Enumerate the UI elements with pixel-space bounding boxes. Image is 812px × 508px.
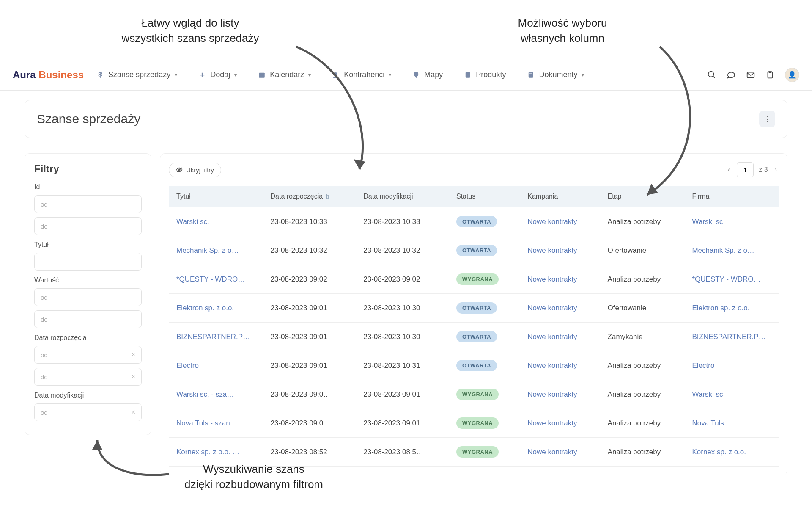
filter-id-from-input[interactable] xyxy=(41,201,135,208)
cell-mod: 23-08-2023 09:02 xyxy=(356,265,449,294)
calendar-icon xyxy=(258,71,266,79)
filter-id-to-input[interactable] xyxy=(41,223,135,230)
cell-firma[interactable]: Electro xyxy=(684,351,779,380)
main-nav: Szanse sprzedaży ▾ Dodaj ▾ Kalendarz ▾ K… xyxy=(96,70,707,80)
page-title: Szanse sprzedaży xyxy=(37,112,140,126)
nav-dokumenty[interactable]: Dokumenty ▾ xyxy=(527,70,584,79)
nav-produkty[interactable]: Produkty xyxy=(464,70,506,79)
cell-tytul[interactable]: Warski sc. xyxy=(169,207,263,236)
dollar-icon xyxy=(96,71,104,79)
clear-icon[interactable]: × xyxy=(132,351,135,359)
filter-id-to[interactable] xyxy=(34,217,142,235)
clipboard-icon[interactable] xyxy=(765,70,775,80)
filter-wartosc-to-input[interactable] xyxy=(41,316,135,323)
cell-status: OTWARTA xyxy=(449,294,520,323)
table-row[interactable]: Warski sc. - sza…23-08-2023 09:0…23-08-2… xyxy=(169,380,779,409)
cell-status: WYGRANA xyxy=(449,409,520,438)
cell-start: 23-08-2023 09:01 xyxy=(263,323,356,351)
status-badge: WYGRANA xyxy=(456,389,499,400)
cell-tytul[interactable]: Mechanik Sp. z o… xyxy=(169,236,263,265)
cell-firma[interactable]: Nova Tuls xyxy=(684,409,779,438)
cell-mod: 23-08-2023 10:33 xyxy=(356,207,449,236)
cell-kampania[interactable]: Nowe kontrakty xyxy=(520,323,600,351)
cell-firma[interactable]: Mechanik Sp. z o… xyxy=(684,236,779,265)
cell-tytul[interactable]: Warski sc. - sza… xyxy=(169,380,263,409)
cell-firma[interactable]: Warski sc. xyxy=(684,380,779,409)
cell-firma[interactable]: Kornex sp. z o.o. xyxy=(684,438,779,467)
col-firma[interactable]: Firma xyxy=(684,186,779,207)
filter-datarozp-to-input[interactable] xyxy=(41,373,132,381)
cell-kampania[interactable]: Nowe kontrakty xyxy=(520,409,600,438)
nav-mapy[interactable]: Mapy xyxy=(412,70,443,79)
logo: Aura Business xyxy=(13,69,84,81)
cell-firma[interactable]: Elektron sp. z o.o. xyxy=(684,294,779,323)
status-badge: WYGRANA xyxy=(456,273,499,285)
cell-tytul[interactable]: BIZNESPARTNER.P… xyxy=(169,323,263,351)
filter-datarozp-label: Data rozpoczęcia xyxy=(34,334,142,342)
table-row[interactable]: Elektron sp. z o.o.23-08-2023 09:0123-08… xyxy=(169,294,779,323)
chat-icon[interactable] xyxy=(727,70,736,80)
filter-wartosc-to[interactable] xyxy=(34,310,142,328)
opportunities-table: Tytuł Data rozpoczęcia⇅ Data modyfikacji… xyxy=(169,186,779,467)
cell-tytul[interactable]: Nova Tuls - szan… xyxy=(169,409,263,438)
col-kampania[interactable]: Kampania xyxy=(520,186,600,207)
cell-start: 23-08-2023 09:02 xyxy=(263,265,356,294)
status-badge: OTWARTA xyxy=(456,302,497,314)
pager-current-input[interactable] xyxy=(737,162,754,177)
pager-prev[interactable]: ‹ xyxy=(726,164,732,175)
filter-datarozp-from[interactable]: × xyxy=(34,346,142,364)
filter-id-from[interactable] xyxy=(34,195,142,213)
cell-kampania[interactable]: Nowe kontrakty xyxy=(520,265,600,294)
filter-datarozp-from-input[interactable] xyxy=(41,351,132,359)
table-row[interactable]: Nova Tuls - szan…23-08-2023 09:0…23-08-2… xyxy=(169,409,779,438)
search-icon[interactable] xyxy=(707,70,716,80)
cell-kampania[interactable]: Nowe kontrakty xyxy=(520,380,600,409)
filter-datarozp-to[interactable]: × xyxy=(34,368,142,386)
filter-wartosc-from-input[interactable] xyxy=(41,294,135,301)
nav-dodaj[interactable]: Dodaj ▾ xyxy=(198,70,237,79)
avatar[interactable]: 👤 xyxy=(785,68,799,82)
col-tytul[interactable]: Tytuł xyxy=(169,186,263,207)
col-status[interactable]: Status xyxy=(449,186,520,207)
cell-tytul[interactable]: *QUESTY - WDRO… xyxy=(169,265,263,294)
col-data-modyfikacji[interactable]: Data modyfikacji xyxy=(356,186,449,207)
document-icon xyxy=(527,71,535,79)
cell-etap: Analiza potrzeby xyxy=(600,207,685,236)
cell-kampania[interactable]: Nowe kontrakty xyxy=(520,207,600,236)
col-data-rozpoczecia[interactable]: Data rozpoczęcia⇅ xyxy=(263,186,356,207)
mail-icon[interactable] xyxy=(746,70,755,80)
cell-firma[interactable]: *QUESTY - WDRO… xyxy=(684,265,779,294)
nav-kalendarz[interactable]: Kalendarz ▾ xyxy=(258,70,311,79)
hide-filters-button[interactable]: Ukryj filtry xyxy=(169,163,221,177)
pager: ‹ z 3 › xyxy=(726,162,779,177)
clear-icon[interactable]: × xyxy=(132,373,135,381)
cell-firma[interactable]: BIZNESPARTNER.P… xyxy=(684,323,779,351)
nav-szanse[interactable]: Szanse sprzedaży ▾ xyxy=(96,70,177,79)
table-row[interactable]: *QUESTY - WDRO…23-08-2023 09:0223-08-202… xyxy=(169,265,779,294)
nav-more[interactable]: ⋮ xyxy=(605,70,613,80)
pager-next[interactable]: › xyxy=(773,164,779,175)
table-row[interactable]: Mechanik Sp. z o…23-08-2023 10:3223-08-2… xyxy=(169,236,779,265)
map-pin-icon xyxy=(412,71,420,79)
cell-kampania[interactable]: Nowe kontrakty xyxy=(520,438,600,467)
filter-datamod-from[interactable]: × xyxy=(34,403,142,421)
table-row[interactable]: Warski sc.23-08-2023 10:3323-08-2023 10:… xyxy=(169,207,779,236)
cell-mod: 23-08-2023 10:32 xyxy=(356,236,449,265)
nav-kontrahenci[interactable]: Kontrahenci ▾ xyxy=(332,70,391,79)
cell-kampania[interactable]: Nowe kontrakty xyxy=(520,294,600,323)
col-etap[interactable]: Etap xyxy=(600,186,685,207)
cell-kampania[interactable]: Nowe kontrakty xyxy=(520,236,600,265)
clear-icon[interactable]: × xyxy=(132,409,135,416)
filter-tytul[interactable] xyxy=(34,253,142,271)
filter-datamod-from-input[interactable] xyxy=(41,409,132,416)
cell-tytul[interactable]: Elektron sp. z o.o. xyxy=(169,294,263,323)
table-row[interactable]: Electro23-08-2023 09:0123-08-2023 10:31O… xyxy=(169,351,779,380)
filter-tytul-input[interactable] xyxy=(41,258,135,265)
cell-tytul[interactable]: Electro xyxy=(169,351,263,380)
table-row[interactable]: BIZNESPARTNER.P…23-08-2023 09:0123-08-20… xyxy=(169,323,779,351)
cell-firma[interactable]: Warski sc. xyxy=(684,207,779,236)
filter-wartosc-from[interactable] xyxy=(34,288,142,306)
svg-rect-3 xyxy=(466,72,470,78)
page-more-button[interactable]: ⋮ xyxy=(759,111,775,127)
cell-kampania[interactable]: Nowe kontrakty xyxy=(520,351,600,380)
